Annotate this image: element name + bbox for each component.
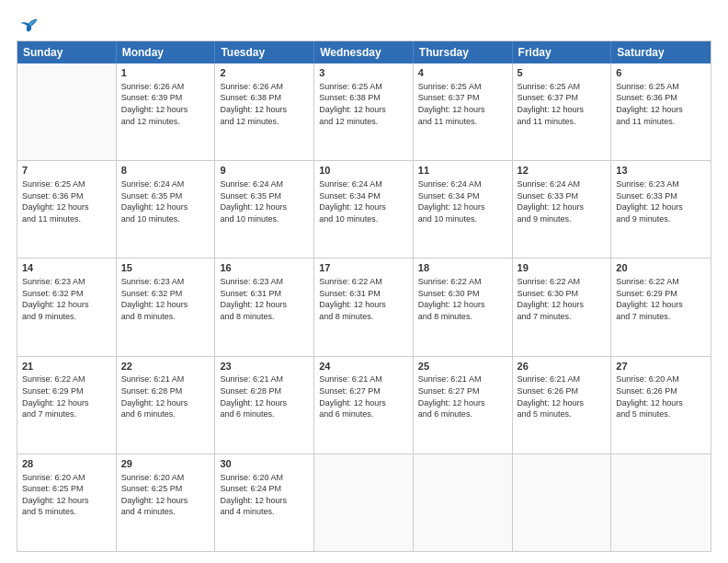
cell-info: Sunrise: 6:24 AM Sunset: 6:34 PM Dayligh… (418, 178, 507, 224)
header-day-wednesday: Wednesday (314, 41, 414, 63)
calendar-cell (611, 454, 711, 551)
day-number: 26 (518, 360, 607, 373)
calendar-cell: 8Sunrise: 6:24 AM Sunset: 6:35 PM Daylig… (117, 161, 216, 258)
calendar-cell: 4Sunrise: 6:25 AM Sunset: 6:37 PM Daylig… (414, 63, 513, 160)
cell-info: Sunrise: 6:25 AM Sunset: 6:37 PM Dayligh… (518, 81, 607, 127)
day-number: 28 (22, 457, 111, 471)
calendar-cell: 7Sunrise: 6:25 AM Sunset: 6:36 PM Daylig… (17, 161, 117, 258)
cell-info: Sunrise: 6:20 AM Sunset: 6:25 PM Dayligh… (121, 472, 210, 518)
day-number: 9 (220, 164, 309, 178)
calendar-row-3: 21Sunrise: 6:22 AM Sunset: 6:29 PM Dayli… (17, 356, 711, 454)
day-number: 21 (22, 360, 111, 373)
day-number: 14 (22, 261, 111, 275)
calendar-cell: 23Sunrise: 6:21 AM Sunset: 6:28 PM Dayli… (215, 357, 314, 454)
calendar-cell: 30Sunrise: 6:20 AM Sunset: 6:24 PM Dayli… (215, 454, 314, 551)
header-day-thursday: Thursday (414, 41, 513, 63)
calendar-cell (414, 454, 513, 551)
day-number: 22 (121, 360, 210, 373)
cell-info: Sunrise: 6:21 AM Sunset: 6:27 PM Dayligh… (319, 373, 408, 419)
calendar-cell: 15Sunrise: 6:23 AM Sunset: 6:32 PM Dayli… (117, 259, 216, 355)
calendar-cell: 27Sunrise: 6:20 AM Sunset: 6:26 PM Dayli… (611, 357, 711, 454)
day-number: 27 (616, 360, 706, 373)
calendar-cell: 5Sunrise: 6:25 AM Sunset: 6:37 PM Daylig… (513, 63, 612, 160)
calendar-cell: 24Sunrise: 6:21 AM Sunset: 6:27 PM Dayli… (314, 357, 414, 454)
calendar-row-0: 1Sunrise: 6:26 AM Sunset: 6:39 PM Daylig… (17, 63, 711, 160)
cell-info: Sunrise: 6:24 AM Sunset: 6:33 PM Dayligh… (518, 178, 607, 224)
calendar-row-2: 14Sunrise: 6:23 AM Sunset: 6:32 PM Dayli… (17, 258, 711, 355)
header-day-saturday: Saturday (611, 41, 711, 63)
calendar-cell: 17Sunrise: 6:22 AM Sunset: 6:31 PM Dayli… (314, 259, 414, 355)
cell-info: Sunrise: 6:22 AM Sunset: 6:30 PM Dayligh… (418, 276, 507, 322)
calendar-cell: 20Sunrise: 6:22 AM Sunset: 6:29 PM Dayli… (611, 259, 711, 355)
cell-info: Sunrise: 6:25 AM Sunset: 6:37 PM Dayligh… (418, 81, 507, 127)
cell-info: Sunrise: 6:20 AM Sunset: 6:26 PM Dayligh… (616, 373, 706, 419)
cell-info: Sunrise: 6:21 AM Sunset: 6:28 PM Dayligh… (220, 373, 309, 419)
cell-info: Sunrise: 6:26 AM Sunset: 6:39 PM Dayligh… (121, 81, 210, 127)
calendar-cell: 16Sunrise: 6:23 AM Sunset: 6:31 PM Dayli… (215, 259, 314, 355)
calendar-cell: 3Sunrise: 6:25 AM Sunset: 6:38 PM Daylig… (314, 63, 414, 160)
cell-info: Sunrise: 6:25 AM Sunset: 6:38 PM Dayligh… (319, 81, 408, 127)
day-number: 13 (616, 164, 706, 178)
logo (17, 17, 39, 33)
day-number: 23 (220, 360, 309, 373)
cell-info: Sunrise: 6:21 AM Sunset: 6:27 PM Dayligh… (418, 373, 507, 419)
cell-info: Sunrise: 6:25 AM Sunset: 6:36 PM Dayligh… (616, 81, 706, 127)
day-number: 17 (319, 261, 408, 275)
header-day-sunday: Sunday (17, 41, 117, 63)
cell-info: Sunrise: 6:22 AM Sunset: 6:30 PM Dayligh… (518, 276, 607, 322)
day-number: 30 (220, 457, 309, 471)
day-number: 8 (121, 164, 210, 178)
calendar-cell: 14Sunrise: 6:23 AM Sunset: 6:32 PM Dayli… (17, 259, 117, 355)
day-number: 29 (121, 457, 210, 471)
day-number: 19 (518, 261, 607, 275)
calendar-cell: 1Sunrise: 6:26 AM Sunset: 6:39 PM Daylig… (117, 63, 216, 160)
day-number: 24 (319, 360, 408, 373)
calendar-cell (513, 454, 612, 551)
cell-info: Sunrise: 6:22 AM Sunset: 6:31 PM Dayligh… (319, 276, 408, 322)
logo-bird-icon (18, 17, 39, 33)
cell-info: Sunrise: 6:24 AM Sunset: 6:34 PM Dayligh… (319, 178, 408, 224)
calendar-cell: 22Sunrise: 6:21 AM Sunset: 6:28 PM Dayli… (117, 357, 216, 454)
cell-info: Sunrise: 6:22 AM Sunset: 6:29 PM Dayligh… (22, 373, 111, 419)
day-number: 2 (220, 66, 309, 80)
calendar-cell: 13Sunrise: 6:23 AM Sunset: 6:33 PM Dayli… (611, 161, 711, 258)
cell-info: Sunrise: 6:25 AM Sunset: 6:36 PM Dayligh… (22, 178, 111, 224)
cell-info: Sunrise: 6:24 AM Sunset: 6:35 PM Dayligh… (121, 178, 210, 224)
calendar-cell: 19Sunrise: 6:22 AM Sunset: 6:30 PM Dayli… (513, 259, 612, 355)
calendar-cell: 29Sunrise: 6:20 AM Sunset: 6:25 PM Dayli… (117, 454, 216, 551)
header-day-friday: Friday (513, 41, 612, 63)
cell-info: Sunrise: 6:23 AM Sunset: 6:32 PM Dayligh… (121, 276, 210, 322)
day-number: 10 (319, 164, 408, 178)
cell-info: Sunrise: 6:23 AM Sunset: 6:33 PM Dayligh… (616, 178, 706, 224)
cell-info: Sunrise: 6:21 AM Sunset: 6:28 PM Dayligh… (121, 373, 210, 419)
cell-info: Sunrise: 6:22 AM Sunset: 6:29 PM Dayligh… (616, 276, 706, 322)
calendar-row-4: 28Sunrise: 6:20 AM Sunset: 6:25 PM Dayli… (17, 454, 711, 551)
day-number: 25 (418, 360, 507, 373)
calendar-cell: 21Sunrise: 6:22 AM Sunset: 6:29 PM Dayli… (17, 357, 117, 454)
calendar-cell: 12Sunrise: 6:24 AM Sunset: 6:33 PM Dayli… (513, 161, 612, 258)
header (17, 17, 711, 33)
day-number: 5 (518, 66, 607, 80)
calendar-body: 1Sunrise: 6:26 AM Sunset: 6:39 PM Daylig… (17, 63, 711, 551)
cell-info: Sunrise: 6:23 AM Sunset: 6:31 PM Dayligh… (220, 276, 309, 322)
calendar: SundayMondayTuesdayWednesdayThursdayFrid… (17, 40, 711, 552)
day-number: 11 (418, 164, 507, 178)
day-number: 7 (22, 164, 111, 178)
day-number: 1 (121, 66, 210, 80)
calendar-cell: 2Sunrise: 6:26 AM Sunset: 6:38 PM Daylig… (215, 63, 314, 160)
calendar-cell: 18Sunrise: 6:22 AM Sunset: 6:30 PM Dayli… (414, 259, 513, 355)
calendar-header: SundayMondayTuesdayWednesdayThursdayFrid… (17, 41, 711, 63)
header-day-tuesday: Tuesday (215, 41, 314, 63)
calendar-cell: 11Sunrise: 6:24 AM Sunset: 6:34 PM Dayli… (414, 161, 513, 258)
page: SundayMondayTuesdayWednesdayThursdayFrid… (0, 0, 728, 563)
day-number: 4 (418, 66, 507, 80)
day-number: 20 (616, 261, 706, 275)
day-number: 3 (319, 66, 408, 80)
calendar-cell: 10Sunrise: 6:24 AM Sunset: 6:34 PM Dayli… (314, 161, 414, 258)
calendar-cell (314, 454, 414, 551)
calendar-cell: 25Sunrise: 6:21 AM Sunset: 6:27 PM Dayli… (414, 357, 513, 454)
cell-info: Sunrise: 6:26 AM Sunset: 6:38 PM Dayligh… (220, 81, 309, 127)
day-number: 12 (518, 164, 607, 178)
cell-info: Sunrise: 6:23 AM Sunset: 6:32 PM Dayligh… (22, 276, 111, 322)
calendar-cell: 28Sunrise: 6:20 AM Sunset: 6:25 PM Dayli… (17, 454, 117, 551)
